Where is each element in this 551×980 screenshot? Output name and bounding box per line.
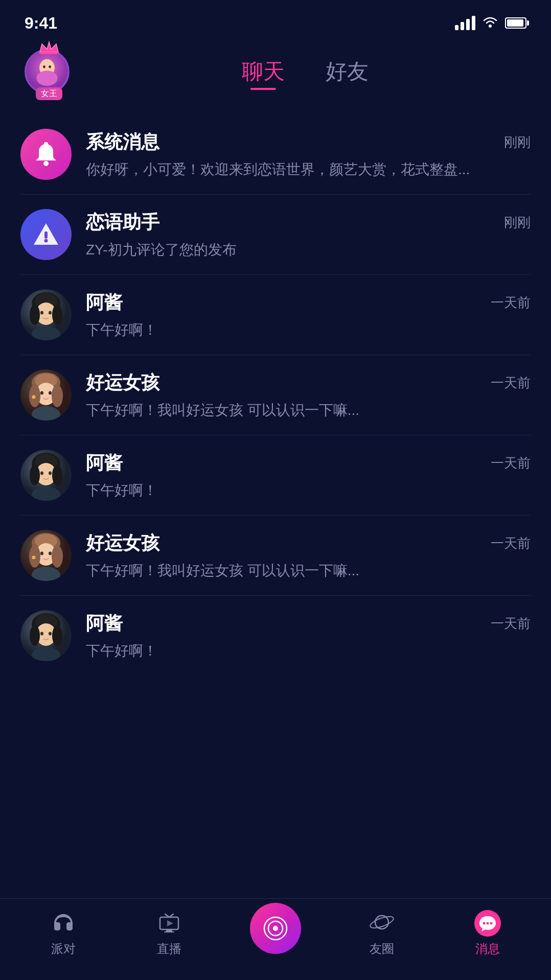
assistant-avatar — [20, 209, 72, 260]
message-name: 阿酱 — [86, 451, 123, 476]
message-list: 系统消息 刚刚 你好呀，小可爱！欢迎来到恋语世界，颜艺大赏，花式整盘... 恋语… — [0, 114, 551, 675]
svg-rect-1 — [39, 52, 59, 54]
list-item[interactable]: 恋语助手 刚刚 ZY-初九评论了您的发布 — [20, 195, 531, 275]
svg-point-27 — [52, 385, 63, 407]
message-time: 一天前 — [491, 534, 531, 552]
svg-point-55 — [30, 625, 40, 646]
list-item[interactable]: 好运女孩 一天前 下午好啊！我叫好运女孩 可以认识一下嘛... — [20, 516, 531, 596]
user-avatar[interactable]: 女王 — [25, 49, 74, 98]
list-item[interactable]: 阿酱 一天前 下午好啊！ — [20, 596, 531, 675]
list-item[interactable]: 系统消息 刚刚 你好呀，小可爱！欢迎来到恋语世界，颜艺大赏，花式整盘... — [20, 114, 531, 195]
message-time: 一天前 — [491, 374, 531, 392]
svg-point-48 — [49, 552, 52, 555]
message-preview: ZY-初九评论了您的发布 — [86, 240, 531, 260]
nav-label-live: 直播 — [157, 941, 181, 957]
message-time: 一天前 — [491, 294, 531, 312]
chat-bubble-icon — [478, 914, 497, 932]
message-name: 系统消息 — [86, 130, 159, 155]
svg-point-49 — [32, 556, 35, 559]
message-time: 刚刚 — [504, 214, 531, 231]
svg-point-6 — [49, 65, 51, 68]
message-content: 阿酱 一天前 下午好啊！ — [86, 611, 531, 661]
user-avatar-lucky — [20, 369, 72, 421]
nav-item-messages[interactable]: 消息 — [457, 910, 518, 957]
svg-point-17 — [52, 305, 62, 325]
svg-point-30 — [32, 395, 35, 399]
message-preview: 下午好啊！ — [86, 641, 531, 661]
svg-marker-63 — [167, 920, 173, 926]
user-avatar-lucky2 — [20, 530, 72, 581]
svg-point-47 — [40, 552, 43, 555]
bell-icon — [32, 140, 60, 169]
svg-rect-61 — [166, 929, 172, 931]
status-time: 9:41 — [25, 14, 57, 33]
list-item[interactable]: 阿酱 一天前 下午好啊！ — [20, 435, 531, 516]
tab-friends[interactable]: 好友 — [326, 57, 369, 90]
wifi-icon — [481, 15, 499, 32]
planet-icon — [370, 910, 394, 937]
message-name: 阿酱 — [86, 290, 123, 315]
svg-point-19 — [49, 311, 52, 315]
message-preview: 下午好啊！我叫好运女孩 可以认识一下嘛... — [86, 561, 531, 580]
nav-item-party[interactable]: 派对 — [33, 910, 94, 957]
list-item[interactable]: 阿酱 一天前 下午好啊！ — [20, 275, 531, 355]
svg-point-28 — [40, 391, 43, 395]
headphones-icon — [51, 910, 76, 937]
signal-icon — [455, 16, 475, 30]
nav-label-party: 派对 — [51, 941, 76, 957]
user-label: 女王 — [36, 87, 62, 100]
tab-chat[interactable]: 聊天 — [242, 57, 285, 90]
svg-point-16 — [30, 305, 40, 325]
user-avatar-jiang2 — [20, 450, 72, 501]
svg-point-46 — [52, 545, 63, 568]
message-content: 阿酱 一天前 下午好啊！ — [86, 290, 531, 340]
nav-label-messages: 消息 — [475, 941, 500, 957]
svg-point-57 — [40, 632, 43, 636]
message-name: 好运女孩 — [86, 370, 159, 395]
svg-point-38 — [40, 472, 43, 475]
message-time: 刚刚 — [504, 133, 531, 151]
header: 女王 聊天 好友 — [0, 37, 551, 106]
status-icons — [455, 15, 526, 32]
svg-point-39 — [49, 472, 52, 475]
svg-point-10 — [44, 239, 48, 243]
user-avatar-jiang3 — [20, 610, 72, 661]
nav-label-friends: 友圈 — [370, 941, 394, 957]
tabs: 聊天 好友 — [84, 57, 526, 90]
message-time: 一天前 — [491, 454, 531, 472]
message-icon-badge — [474, 910, 501, 937]
nav-item-live[interactable]: 直播 — [139, 910, 200, 957]
message-name: 好运女孩 — [86, 531, 159, 556]
message-content: 阿酱 一天前 下午好啊！ — [86, 451, 531, 500]
message-preview: 下午好啊！我叫好运女孩 可以认识一下嘛... — [86, 401, 531, 420]
svg-point-66 — [273, 926, 278, 931]
message-preview: 下午好啊！ — [86, 481, 531, 500]
camera-ring-icon — [262, 915, 289, 942]
svg-point-29 — [49, 391, 52, 395]
crown-icon — [38, 40, 60, 54]
svg-point-7 — [43, 161, 49, 166]
svg-point-56 — [52, 625, 62, 646]
bottom-nav: 派对 直播 — [0, 898, 551, 980]
svg-rect-62 — [164, 931, 174, 932]
svg-point-70 — [487, 922, 489, 924]
message-preview: 下午好啊！ — [86, 320, 531, 340]
svg-point-68 — [370, 914, 394, 930]
svg-point-4 — [37, 71, 58, 86]
alert-icon — [32, 220, 60, 249]
message-content: 好运女孩 一天前 下午好啊！我叫好运女孩 可以认识一下嘛... — [86, 370, 531, 420]
nav-item-center[interactable] — [245, 913, 306, 954]
center-button[interactable] — [250, 903, 301, 954]
message-name: 阿酱 — [86, 611, 123, 636]
message-time: 一天前 — [491, 615, 531, 633]
svg-point-36 — [30, 465, 40, 485]
svg-point-5 — [43, 65, 45, 68]
svg-point-58 — [49, 632, 52, 636]
nav-item-friends[interactable]: 友圈 — [351, 910, 412, 957]
list-item[interactable]: 好运女孩 一天前 下午好啊！我叫好运女孩 可以认识一下嘛... — [20, 355, 531, 435]
svg-point-18 — [40, 311, 43, 315]
message-preview: 你好呀，小可爱！欢迎来到恋语世界，颜艺大赏，花式整盘... — [86, 160, 531, 179]
svg-point-69 — [483, 922, 486, 924]
status-bar: 9:41 — [0, 0, 551, 37]
message-content: 恋语助手 刚刚 ZY-初九评论了您的发布 — [86, 210, 531, 260]
